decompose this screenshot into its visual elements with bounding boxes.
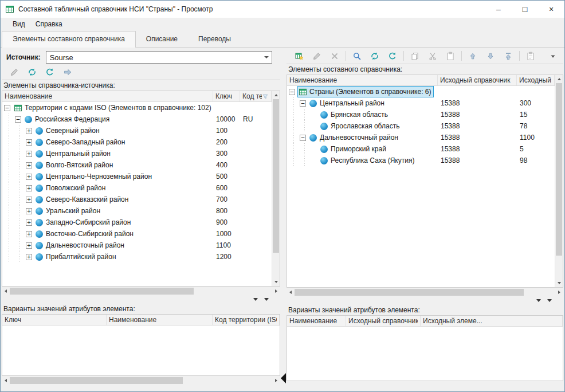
copy-button[interactable] xyxy=(408,50,422,62)
horizontal-scrollbar[interactable] xyxy=(2,287,280,295)
tree-row[interactable]: Приморский край153885 xyxy=(287,143,555,155)
scrollbar-track[interactable] xyxy=(272,99,280,278)
expand-icon[interactable]: + xyxy=(26,139,32,146)
horizontal-scrollbar[interactable] xyxy=(287,288,563,296)
source-combobox[interactable]: Sourse xyxy=(46,51,272,64)
tree-node[interactable]: Центральный район xyxy=(35,148,113,159)
scroll-down-button[interactable] xyxy=(272,278,280,286)
tree-row[interactable]: +Поволжский район600 xyxy=(2,182,272,194)
expand-icon[interactable]: + xyxy=(26,128,32,134)
collapse-icon[interactable]: − xyxy=(4,105,10,111)
edit-button[interactable] xyxy=(7,66,21,79)
tree-row[interactable]: +Центрально-Черноземный район500 xyxy=(2,171,272,182)
combobox-dropdown-icon[interactable] xyxy=(261,52,272,63)
clipboard-button[interactable] xyxy=(524,50,537,62)
tree-row[interactable]: Брянская область1538815 xyxy=(287,109,555,120)
vertical-scrollbar[interactable] xyxy=(555,75,563,287)
column-header[interactable]: Код тер xyxy=(240,91,272,101)
refresh-button[interactable] xyxy=(386,50,399,62)
expand-icon[interactable]: + xyxy=(26,185,32,191)
go-button[interactable] xyxy=(61,66,74,79)
close-button[interactable]: × xyxy=(538,1,564,18)
maximize-button[interactable]: □ xyxy=(512,1,538,18)
column-header[interactable]: Наименование xyxy=(287,316,346,326)
scroll-left-button[interactable] xyxy=(2,287,10,295)
tree-row[interactable]: +Восточно-Сибирский район1000 xyxy=(2,228,272,240)
tab-1[interactable]: Описание xyxy=(136,32,188,47)
tree-node[interactable]: Республика Саха (Якутия) xyxy=(320,155,417,166)
tree-node[interactable]: Северо-Западный район xyxy=(35,137,127,147)
column-header[interactable]: Исходный справочник xyxy=(438,75,517,85)
collapse-icon[interactable]: − xyxy=(300,100,306,107)
expand-icon[interactable]: + xyxy=(26,208,32,214)
tree-row[interactable]: +Северо-Западный район200 xyxy=(2,136,272,148)
overflow-button[interactable] xyxy=(546,50,560,62)
expand-icon[interactable]: + xyxy=(26,162,32,168)
tree-node[interactable]: Страны (Элементов в справочнике: 6) xyxy=(298,87,433,97)
expand-icon[interactable]: + xyxy=(26,151,32,157)
tree-node[interactable]: Ярославская область xyxy=(320,121,402,131)
tree-row[interactable]: Ярославская область1538878 xyxy=(287,120,555,132)
collapse-pane-icon[interactable] xyxy=(547,299,552,302)
edit-button[interactable] xyxy=(310,50,324,62)
column-header[interactable]: Наименование xyxy=(287,75,438,85)
paste-button[interactable] xyxy=(444,50,457,62)
collapse-pane-icon[interactable] xyxy=(264,298,269,301)
expand-icon[interactable]: + xyxy=(26,174,32,180)
tree-row[interactable]: −Дальневосточный район153881100 xyxy=(287,132,555,143)
column-header[interactable]: Исходный элеме... xyxy=(421,316,563,326)
scroll-up-button[interactable] xyxy=(272,91,280,99)
collapse-pane-icon[interactable] xyxy=(536,299,541,302)
expand-icon[interactable]: + xyxy=(26,254,32,260)
expand-icon[interactable]: + xyxy=(26,197,32,203)
tree-node[interactable]: Западно-Сибирский район xyxy=(35,217,133,228)
tree-node[interactable]: Брянская область xyxy=(320,109,390,120)
tree-node[interactable]: Центрально-Черноземный район xyxy=(35,171,154,182)
column-header[interactable]: Код территории (ISO xyxy=(213,315,280,325)
search-button[interactable] xyxy=(350,50,364,62)
column-header[interactable]: Исходный справочник xyxy=(346,316,421,326)
tree-row[interactable]: −Территории с кодами ISO (Элементов в сп… xyxy=(2,102,272,113)
tree-row[interactable]: +Центральный район300 xyxy=(2,148,272,159)
column-header[interactable]: Наименование xyxy=(2,91,213,101)
tree-node[interactable]: Восточно-Сибирский район xyxy=(35,229,136,239)
tree-row[interactable]: +Дальневосточный район1100 xyxy=(2,240,272,251)
up-button[interactable] xyxy=(466,50,480,62)
tree-node[interactable]: Уральский район xyxy=(35,206,103,216)
tree-node[interactable]: Дальневосточный район xyxy=(35,240,127,250)
tree-row[interactable]: +Волго-Вятский район400 xyxy=(2,159,272,171)
tree-node[interactable]: Поволжский район xyxy=(35,183,108,193)
tree-row[interactable]: −Российская Федерация10000RU xyxy=(2,113,272,125)
tree-row[interactable]: +Уральский район800 xyxy=(2,205,272,217)
splitter-collapse-icon[interactable] xyxy=(281,373,286,383)
tree-node[interactable]: Приморский край xyxy=(320,144,389,154)
scrollbar-thumb[interactable] xyxy=(10,377,183,384)
scroll-left-button[interactable] xyxy=(287,288,295,296)
collapse-icon[interactable]: − xyxy=(300,135,306,141)
tree-row[interactable]: −Центральный район15388300 xyxy=(287,97,555,109)
tab-0[interactable]: Элементы составного справочника xyxy=(2,31,136,48)
tree-node[interactable]: Центральный район xyxy=(309,98,387,108)
scroll-up-button[interactable] xyxy=(555,75,563,83)
tree-node[interactable]: Российская Федерация xyxy=(24,114,112,124)
add-button[interactable] xyxy=(292,50,306,62)
refresh-button[interactable] xyxy=(43,66,57,79)
sync-button[interactable] xyxy=(368,50,382,62)
cut-button[interactable] xyxy=(426,50,440,62)
tree-row[interactable]: +Северо-Кавказский район700 xyxy=(2,194,272,205)
column-header[interactable]: Наименование xyxy=(107,315,213,325)
tree-row[interactable]: +Прибалтийский район1200 xyxy=(2,251,272,262)
scrollbar-thumb[interactable] xyxy=(273,99,279,253)
scrollbar-track[interactable] xyxy=(10,287,272,295)
tree-node[interactable]: Северо-Кавказский район xyxy=(35,194,131,205)
collapse-icon[interactable]: − xyxy=(289,89,295,95)
tab-2[interactable]: Переводы xyxy=(188,32,241,47)
expand-icon[interactable]: + xyxy=(26,231,32,237)
scrollbar-thumb[interactable] xyxy=(295,289,524,296)
scroll-down-button[interactable] xyxy=(555,279,563,287)
tree-row[interactable]: Республика Саха (Якутия)1538898 xyxy=(287,155,555,166)
tree-node[interactable]: Дальневосточный район xyxy=(309,132,401,143)
tree-row[interactable]: +Западно-Сибирский район900 xyxy=(2,217,272,228)
column-header[interactable]: Ключ xyxy=(2,315,107,325)
minimize-button[interactable]: – xyxy=(485,1,512,18)
